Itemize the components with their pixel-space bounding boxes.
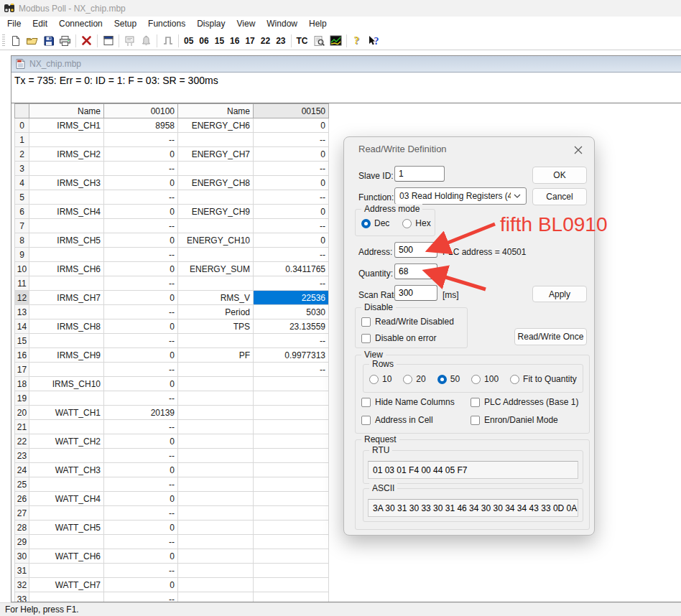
menu-setup[interactable]: Setup (108, 17, 142, 32)
cell-value[interactable]: 0 (104, 147, 178, 162)
cell-value[interactable]: -- (104, 535, 178, 549)
cell-value[interactable] (254, 477, 329, 492)
cell-name[interactable] (178, 506, 254, 521)
cell-value[interactable]: -- (104, 133, 178, 147)
cell-name[interactable]: WATT_CH4 (29, 492, 104, 506)
cell-value[interactable] (254, 463, 329, 477)
row-header[interactable]: 23 (15, 449, 29, 463)
cell-name[interactable] (178, 492, 254, 506)
row-header[interactable]: 13 (15, 305, 29, 319)
row-header[interactable]: 1 (15, 133, 29, 147)
cell-name[interactable] (178, 449, 254, 463)
radio-hex[interactable]: Hex (402, 218, 430, 228)
row-header[interactable]: 18 (15, 377, 29, 391)
cell-value[interactable]: -- (104, 190, 178, 205)
row-header[interactable]: 14 (15, 319, 29, 334)
cell-value[interactable]: -- (104, 334, 178, 348)
checkbox-plc-addresses-base-1[interactable]: PLC Addresses (Base 1) (471, 397, 578, 407)
cell-value[interactable]: 0.9977313 (254, 348, 329, 363)
cell-value[interactable]: 0.3411765 (254, 262, 329, 276)
cell-value[interactable]: 23.13559 (254, 319, 329, 334)
cell-value[interactable] (254, 506, 329, 521)
cell-value[interactable]: -- (104, 276, 178, 291)
cell-value[interactable]: 0 (104, 176, 178, 190)
cell-name[interactable] (29, 477, 104, 492)
cell-value[interactable]: -- (104, 420, 178, 434)
cancel-button[interactable]: Cancel (532, 188, 587, 205)
cell-value[interactable] (254, 391, 329, 406)
toolbar-function-17[interactable]: 17 (242, 36, 257, 46)
cell-name[interactable] (178, 535, 254, 549)
cell-value[interactable]: 22536 (254, 291, 329, 305)
row-header[interactable]: 25 (15, 477, 29, 492)
cell-value[interactable]: -- (104, 506, 178, 521)
grid-corner-header[interactable] (15, 104, 29, 118)
row-header[interactable]: 7 (15, 219, 29, 233)
cell-name[interactable] (178, 521, 254, 535)
cell-name[interactable] (29, 133, 104, 147)
cell-value[interactable]: -- (254, 276, 329, 291)
cell-name[interactable] (29, 276, 104, 291)
menu-view[interactable]: View (231, 17, 261, 32)
row-header[interactable]: 26 (15, 492, 29, 506)
row-header[interactable]: 6 (15, 205, 29, 219)
row-header[interactable]: 24 (15, 463, 29, 477)
cell-name[interactable] (178, 406, 254, 420)
cell-value[interactable]: 0 (104, 521, 178, 535)
cell-value[interactable]: 0 (104, 319, 178, 334)
row-header[interactable]: 2 (15, 147, 29, 162)
new-file-button[interactable] (7, 33, 24, 49)
cell-name[interactable]: WATT_CH6 (29, 549, 104, 564)
cell-value[interactable]: 0 (254, 118, 329, 133)
cell-name[interactable] (178, 564, 254, 578)
function-dropdown[interactable]: 03 Read Holding Registers (4x) (394, 187, 527, 205)
cell-name[interactable] (178, 463, 254, 477)
toolbar-function-15[interactable]: 15 (212, 36, 227, 46)
cell-value[interactable]: 0 (104, 291, 178, 305)
alarm-button[interactable] (138, 33, 154, 49)
cell-value[interactable]: 0 (254, 233, 329, 248)
cell-value[interactable]: -- (254, 190, 329, 205)
row-header[interactable]: 30 (15, 549, 29, 564)
row-header[interactable]: 0 (15, 118, 29, 133)
menu-connection[interactable]: Connection (53, 17, 108, 32)
cell-value[interactable]: 20139 (104, 406, 178, 420)
cell-name[interactable]: TPS (178, 319, 254, 334)
cell-name[interactable] (29, 391, 104, 406)
cell-name[interactable]: ENERGY_CH10 (178, 233, 254, 248)
cell-value[interactable] (254, 535, 329, 549)
cell-name[interactable] (29, 420, 104, 434)
cell-value[interactable] (254, 377, 329, 391)
cell-value[interactable]: 0 (104, 434, 178, 449)
cell-value[interactable]: 0 (104, 463, 178, 477)
cell-value[interactable]: -- (254, 162, 329, 176)
cell-name[interactable] (29, 506, 104, 521)
cell-name[interactable] (178, 477, 254, 492)
pulse-button[interactable] (159, 33, 176, 49)
cell-name[interactable] (29, 162, 104, 176)
cell-value[interactable]: -- (254, 363, 329, 377)
row-header[interactable]: 10 (15, 262, 29, 276)
checkbox-read-write-disabled[interactable]: Read/Write Disabled (361, 317, 467, 327)
dialog-close-button[interactable] (573, 144, 584, 156)
menu-functions[interactable]: Functions (142, 17, 191, 32)
cell-name[interactable]: IRMS_CH4 (29, 205, 104, 219)
toolbar-function-23[interactable]: 23 (273, 36, 288, 46)
cell-name[interactable]: IRMS_CH7 (29, 291, 104, 305)
cell-value[interactable]: 0 (104, 348, 178, 363)
cell-name[interactable]: ENERGY_CH9 (178, 205, 254, 219)
cell-name[interactable]: IRMS_CH5 (29, 233, 104, 248)
row-header[interactable]: 15 (15, 334, 29, 348)
cell-value[interactable] (254, 592, 329, 603)
row-header[interactable]: 21 (15, 420, 29, 434)
toolbar-function-16[interactable]: 16 (227, 36, 242, 46)
row-header[interactable]: 17 (15, 363, 29, 377)
cell-name[interactable]: Period (178, 305, 254, 319)
cell-name[interactable] (29, 535, 104, 549)
cell-value[interactable]: -- (104, 449, 178, 463)
cell-name[interactable]: WATT_CH7 (29, 578, 104, 592)
cell-name[interactable] (29, 363, 104, 377)
checkbox-address-in-cell[interactable]: Address in Cell (361, 415, 471, 425)
cell-value[interactable]: 0 (254, 205, 329, 219)
document-titlebar[interactable]: NX_chip.mbp (11, 56, 681, 73)
